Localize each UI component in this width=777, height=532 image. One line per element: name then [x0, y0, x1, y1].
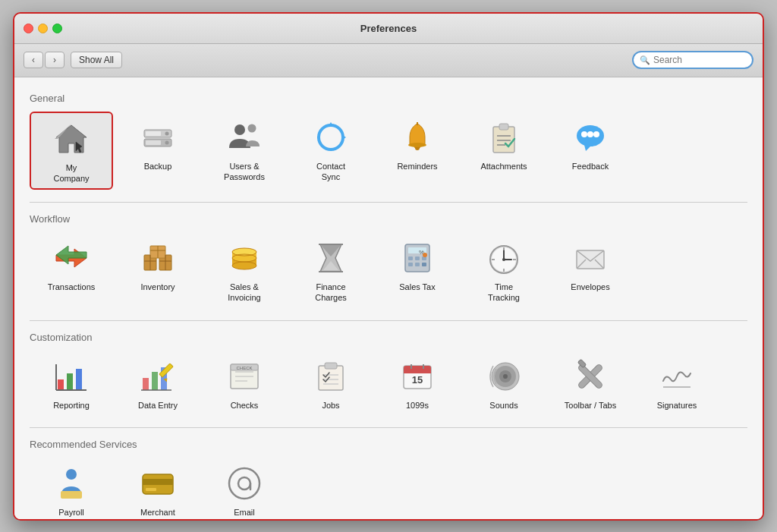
my-company-icon [52, 119, 91, 159]
backup-item[interactable]: Backup [116, 112, 200, 190]
reminders-icon [398, 118, 437, 157]
transactions-item[interactable]: Transactions [30, 232, 113, 308]
svg-point-65 [502, 258, 505, 261]
jobs-label: Jobs [322, 400, 339, 411]
users-passwords-icon [225, 118, 264, 157]
close-button[interactable] [24, 24, 33, 33]
contact-sync-item[interactable]: ContactSync [289, 112, 373, 190]
svg-rect-90 [319, 366, 343, 390]
sounds-item[interactable]: Sounds [462, 351, 546, 415]
svg-rect-110 [61, 491, 82, 499]
svg-point-26 [593, 131, 599, 137]
users-passwords-item[interactable]: Users &Passwords [203, 112, 286, 190]
sales-tax-icon: % [398, 238, 437, 278]
merchant-service-label: MerchantService [140, 507, 175, 519]
workflow-divider [30, 202, 747, 203]
signatures-item[interactable]: Signatures [635, 351, 719, 415]
backup-label: Backup [144, 161, 172, 172]
contact-sync-label: ContactSync [316, 161, 345, 183]
time-tracking-item[interactable]: TimeTracking [462, 232, 546, 308]
attachments-icon [484, 118, 524, 157]
show-all-button[interactable]: Show All [71, 52, 122, 68]
title-bar: Preferences [14, 14, 763, 44]
svg-rect-59 [422, 263, 426, 266]
sales-invoicing-label: Sales &Invoicing [228, 282, 260, 304]
svg-rect-91 [325, 363, 337, 369]
data-entry-icon [138, 357, 178, 396]
attachments-item[interactable]: Attachments [462, 112, 546, 190]
svg-marker-0 [56, 125, 87, 153]
toolbar-tabs-item[interactable]: Toolbar / Tabs [549, 351, 632, 415]
search-input[interactable] [653, 55, 744, 65]
merchant-service-item[interactable]: MerchantService [116, 458, 200, 519]
workflow-section-label: Workflow [30, 213, 747, 225]
sounds-icon [484, 357, 524, 396]
my-company-label: MyCompany [53, 162, 89, 184]
checks-icon: CHECK [225, 357, 264, 396]
recommended-divider [30, 427, 747, 428]
reminders-item[interactable]: Reminders [376, 112, 459, 190]
feedback-icon [571, 118, 610, 157]
recommended-section-label: Recommended Services [30, 439, 747, 450]
content-area: General MyCompany [14, 77, 763, 519]
sounds-label: Sounds [489, 400, 517, 411]
svg-point-114 [229, 468, 260, 499]
svg-point-104 [503, 374, 508, 379]
transactions-icon [52, 238, 91, 278]
maximize-button[interactable] [52, 24, 62, 33]
signatures-label: Signatures [657, 400, 697, 411]
feedback-item[interactable]: Feedback [549, 112, 632, 190]
envelopes-item[interactable]: Envelopes [549, 232, 632, 308]
my-company-item[interactable]: MyCompany [30, 112, 113, 190]
reporting-label: Reporting [53, 400, 90, 411]
reminders-label: Reminders [397, 161, 437, 172]
customization-icon-grid: Reporting [30, 351, 747, 415]
svg-point-10 [248, 124, 256, 132]
envelopes-icon [571, 238, 610, 278]
sales-invoicing-item[interactable]: Sales &Invoicing [203, 232, 286, 308]
svg-rect-8 [146, 140, 161, 145]
email-item[interactable]: Email [203, 458, 286, 519]
checks-item[interactable]: CHECK Checks [203, 351, 286, 415]
svg-text:CHECK: CHECK [236, 366, 252, 370]
svg-rect-112 [143, 479, 173, 485]
attachments-label: Attachments [480, 161, 527, 172]
inventory-icon [138, 238, 178, 278]
customization-divider [30, 320, 747, 321]
minimize-button[interactable] [38, 24, 48, 33]
svg-rect-79 [152, 372, 158, 390]
general-icon-grid: MyCompany Backup [30, 112, 747, 190]
back-button[interactable]: ‹ [24, 52, 43, 68]
inventory-item[interactable]: Inventory [116, 232, 200, 308]
finance-charges-icon [311, 238, 351, 278]
search-icon: 🔍 [640, 55, 650, 65]
finance-charges-item[interactable]: FinanceCharges [289, 232, 373, 308]
forward-button[interactable]: › [45, 52, 64, 68]
customization-section-label: Customization [30, 332, 747, 343]
contact-sync-icon [311, 118, 351, 157]
jobs-icon [311, 357, 351, 396]
reporting-icon [52, 357, 91, 396]
reporting-item[interactable]: Reporting [30, 351, 113, 415]
1099s-item[interactable]: 15 1099s [376, 351, 459, 415]
toolbar-tabs-label: Toolbar / Tabs [565, 400, 616, 411]
transactions-label: Transactions [48, 282, 96, 292]
time-tracking-icon [484, 238, 524, 278]
data-entry-label: Data Entry [138, 400, 178, 411]
payroll-icon [52, 464, 91, 503]
general-section-label: General [30, 93, 747, 104]
email-label: Email [234, 507, 255, 518]
data-entry-item[interactable]: Data Entry [116, 351, 200, 415]
sales-tax-label: Sales Tax [399, 282, 436, 292]
search-box: 🔍 [632, 51, 753, 69]
1099s-icon: 15 [398, 357, 437, 396]
svg-point-5 [165, 131, 169, 135]
toolbar-tabs-icon [571, 357, 610, 396]
svg-rect-78 [143, 378, 149, 390]
sales-tax-item[interactable]: % Sales Tax [376, 232, 459, 308]
svg-point-6 [165, 140, 169, 144]
merchant-service-icon [138, 464, 178, 503]
workflow-icon-grid: Transactions [30, 232, 747, 308]
jobs-item[interactable]: Jobs [289, 351, 373, 415]
payroll-item[interactable]: Payroll [30, 458, 113, 519]
